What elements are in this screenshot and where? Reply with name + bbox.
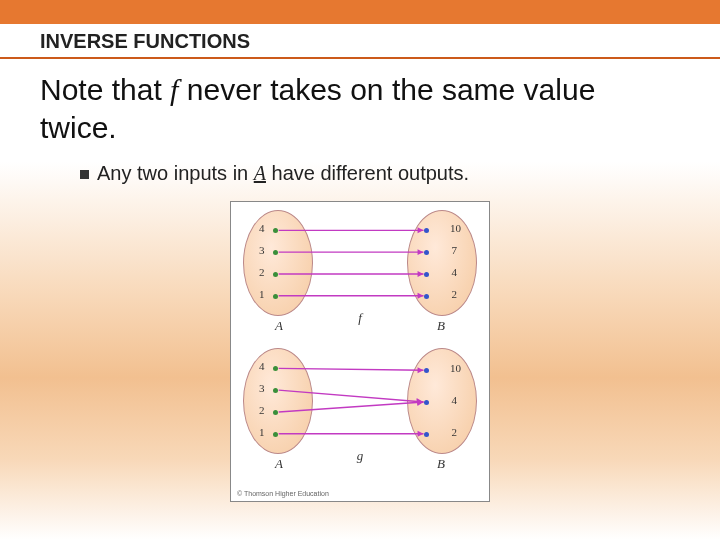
svg-marker-9 [418,367,424,373]
svg-marker-15 [418,431,424,437]
svg-line-12 [279,402,424,412]
svg-marker-5 [418,271,424,277]
svg-line-8 [279,368,424,370]
mapping-g: 4 3 2 1 10 4 2 A g B [237,348,483,468]
bullet-pre: Any two inputs in [97,162,254,184]
var-A: A [254,162,266,184]
svg-marker-1 [418,227,424,233]
svg-marker-3 [418,249,424,255]
func-label-f: f [358,310,362,326]
accent-bar [0,0,720,24]
func-label-g: g [357,448,364,464]
set-label-A: A [275,318,283,334]
section-header: INVERSE FUNCTIONS [0,24,720,59]
set-label-B: B [437,456,445,472]
text-pre: Note that [40,73,170,106]
bullet-line: Any two inputs in A have different outpu… [0,156,720,195]
bullet-post: have different outputs. [266,162,469,184]
mapping-diagram: 4 3 2 1 10 7 4 2 A f B 4 3 2 [230,201,490,502]
bullet-icon [80,170,89,179]
image-credit: © Thomson Higher Education [237,486,483,497]
section-title: INVERSE FUNCTIONS [40,30,250,52]
set-label-B: B [437,318,445,334]
mapping-f: 4 3 2 1 10 7 4 2 A f B [237,210,483,330]
svg-marker-7 [418,293,424,299]
svg-line-10 [279,390,424,402]
set-label-A: A [275,456,283,472]
main-statement: Note that f never takes on the same valu… [0,59,720,156]
